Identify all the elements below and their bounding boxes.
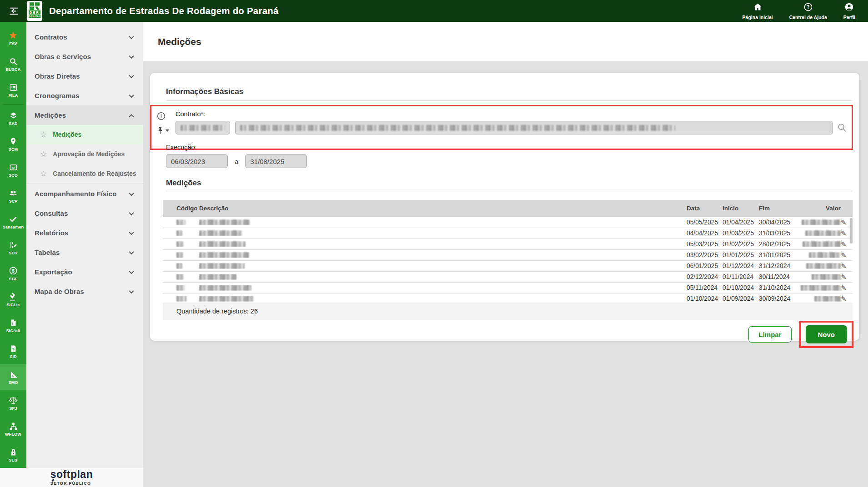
sidebar-item-consultas[interactable]: Consultas [26,204,143,223]
chevron-up-icon [129,114,134,119]
cell-descricao [199,274,687,280]
redacted-text [199,219,250,225]
redacted-text [176,252,183,258]
rail-item-sid[interactable]: $SID [0,338,26,364]
menu-collapse-icon[interactable] [6,3,21,19]
column-header-c-digo: Código [163,205,199,212]
redacted-text [806,263,841,269]
sidebar-item-medi-es[interactable]: Medições [26,105,143,125]
table-row[interactable]: 05/03/202501/02/202528/02/2025✎ [163,239,853,250]
table-row[interactable]: 03/02/202501/01/202531/01/2025✎ [163,250,853,261]
pin-dropdown[interactable] [157,126,169,135]
cell-data: 05/03/2025 [687,241,722,248]
redacted-text [199,285,251,291]
edit-row-icon[interactable]: ✎ [841,295,847,302]
rail-item-sgf[interactable]: $SGF [0,261,26,287]
sidebar-item-contratos[interactable]: Contratos [26,27,143,47]
edit-row-icon[interactable]: ✎ [841,273,847,280]
table-row[interactable]: 06/01/202501/12/202431/12/2024✎ [163,261,853,272]
rail-item-saneamen[interactable]: Saneamen [0,209,26,235]
edit-row-icon[interactable]: ✎ [841,241,847,248]
novo-annotation-box: Novo [799,321,854,348]
rail-item-sad[interactable]: SAD [0,105,26,131]
info-icon[interactable] [157,112,166,122]
sidebar-item-tabelas[interactable]: Tabelas [26,243,143,262]
execucao-from-input[interactable]: 06/03/2023 [166,154,228,168]
rail-item-seg[interactable]: SEG [0,442,26,468]
table-row[interactable]: 05/05/202501/04/202530/04/2025✎ [163,217,853,228]
sidebar-item-obras-diretas[interactable]: Obras Diretas [26,66,143,86]
section-informacoes-basicas: Informações Básicas [166,87,853,101]
cell-inicio: 01/04/2025 [722,219,759,226]
rail-item-busca[interactable]: BUSCA [0,51,26,77]
contrato-codigo-input[interactable] [176,121,230,134]
rail-item-spj[interactable]: SPJ [0,390,26,416]
sidebar-item-obras-e-servi-os[interactable]: Obras e Serviços [26,47,143,66]
redacted-text [809,252,841,258]
header-nav-help[interactable]: ?Central de Ajuda [789,2,827,20]
column-header-descri-o: Descrição [199,205,687,212]
chevron-down-icon [129,229,134,234]
cell-fim: 28/02/2025 [759,241,798,248]
rail-item-label: SCR [9,251,18,255]
sidebar-item-label: Acompanhamento Físico [35,190,116,198]
rail-item-wflow[interactable]: WFLOW [0,416,26,442]
sidebar-item-label: Tabelas [35,248,60,256]
main-area: Medições Informações Básicas [143,22,868,487]
sidebar-item-relat-rios[interactable]: Relatórios [26,223,143,243]
svg-text:$:: $: [11,165,15,169]
table-header: CódigoDescriçãoDataInicioFimValor [163,200,853,217]
rail-item-fila[interactable]: FILA [0,77,26,103]
sidebar-item-acompanhamento-f-sico[interactable]: Acompanhamento Físico [26,184,143,204]
redacted-text [176,263,182,269]
contrato-descricao-input[interactable] [235,121,833,134]
cell-inicio: 01/11/2024 [722,273,759,280]
table-row[interactable]: 04/04/202501/03/202531/03/2025✎ [163,228,853,239]
rail-item-scr[interactable]: SCR [0,235,26,261]
edit-row-icon[interactable]: ✎ [841,263,847,269]
table-row[interactable]: 01/10/202401/09/202430/09/2024✎ [163,293,853,303]
sidebar-subitem-aprova-o-de-medi-es[interactable]: ☆Aprovação de Medições [26,144,143,164]
sidebar-item-label: Mapa de Obras [35,288,84,295]
table-row[interactable]: 05/11/202401/10/202431/10/2024✎ [163,283,853,293]
sidebar-subitem-medi-es[interactable]: ☆Medições [26,125,143,144]
sidebar-item-exporta-o[interactable]: Exportação [26,262,143,282]
scales-icon [9,396,18,405]
rail-item-label: Saneamen [3,225,24,229]
sidebar-item-mapa-de-obras[interactable]: Mapa de Obras [26,282,143,301]
table-body: 05/05/202501/04/202530/04/2025✎04/04/202… [163,217,853,303]
edit-row-icon[interactable]: ✎ [841,284,847,291]
cell-data: 04/04/2025 [687,230,722,237]
contrato-search-icon[interactable] [837,123,847,133]
edit-row-icon[interactable]: ✎ [841,230,847,237]
limpar-button[interactable]: Limpar [748,326,791,343]
rail-item-scp[interactable]: SCP [0,183,26,209]
chevron-down-icon [129,249,134,254]
cell-data: 03/02/2025 [687,252,722,258]
sidebar-subitem-cancelamento-de-reajustes[interactable]: ☆Cancelamento de Reajustes [26,164,143,184]
cell-fim: 31/12/2024 [759,263,798,269]
rail-item-label: SAD [9,121,18,126]
rail-item-sicadt[interactable]: SICAdt [0,313,26,338]
rail-item-siclic[interactable]: SICLic [0,287,26,313]
cell-edit: ✎ [841,295,853,302]
rail-item-scm[interactable]: SCM [0,131,26,157]
execucao-to-input[interactable]: 31/08/2025 [245,154,307,168]
column-header-data: Data [687,205,722,212]
rail-item-smo[interactable]: SMO [0,364,26,390]
cell-descricao [199,241,687,247]
table-row[interactable]: 02/12/202401/11/202430/11/2024✎ [163,272,853,283]
gavel-icon [9,292,18,301]
header-nav-profile[interactable]: Perfil [843,2,855,20]
redacted-text [199,241,246,247]
header-nav-home[interactable]: Página inicial [743,2,773,20]
novo-button[interactable]: Novo [806,325,848,343]
edit-row-icon[interactable]: ✎ [841,252,847,258]
logo-der-text: DER [29,10,40,15]
rail-item-fav[interactable]: FAV [0,25,26,51]
cell-codigo [163,296,199,302]
edit-row-icon[interactable]: ✎ [841,219,847,226]
rail-item-sco[interactable]: $:SCO [0,157,26,183]
sidebar-item-cronogramas[interactable]: Cronogramas [26,86,143,105]
table-scrollbar[interactable] [850,218,853,244]
